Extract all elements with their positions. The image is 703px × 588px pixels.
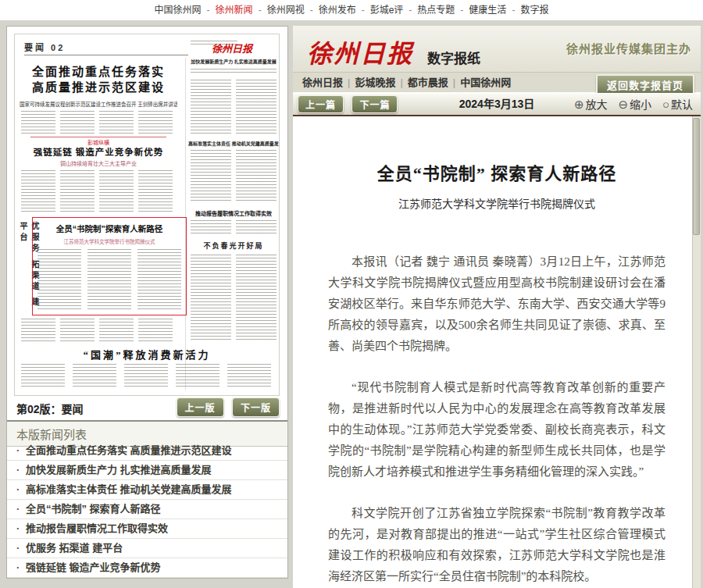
news-list: 全面推动重点任务落实 高质量推进示范区建设 加快发展新质生产力 扎实推进高质量发… — [7, 441, 287, 578]
thumb-text-block — [21, 170, 55, 214]
thumb-current-article-highlight[interactable]: 全员“书院制”探索育人新路径 江苏师范大学科文学院举行书院揭牌仪式 — [32, 217, 187, 315]
zoom-reset-label: 默认 — [671, 98, 693, 111]
thumb-text-block — [138, 111, 173, 134]
thumb-text-block — [99, 111, 134, 134]
zoom-out-label: 缩小 — [630, 98, 651, 111]
publication-link[interactable]: 彭城晚报 — [355, 77, 395, 88]
zoom-reset-icon: ○ — [662, 98, 669, 111]
article-scrollbar[interactable] — [692, 116, 701, 588]
thumb-right-top-headline: 加快发展新质生产力 扎实推进高质量发展 — [191, 58, 277, 65]
thumb-text-block — [191, 80, 231, 134]
publication-link[interactable]: 徐州日报 — [302, 77, 343, 88]
nav-separator: - — [409, 5, 412, 16]
thumb-text-block — [137, 249, 181, 310]
thumb-text-block — [87, 249, 131, 310]
thumb-right-mid-headline: 高标准落实主体责任 推动机关党建高质量发展 — [188, 140, 277, 147]
thumb-text-block — [191, 69, 277, 75]
news-list-item[interactable]: 优服务 拓渠道 建平台 — [7, 539, 287, 558]
thumb-text-block — [99, 319, 134, 344]
thumb-text-block — [21, 111, 55, 134]
news-list-item[interactable]: 加快发展新质生产力 扎实推进高质量发展 — [7, 461, 287, 480]
thumb-text-block — [138, 170, 173, 214]
thumb-highlight-subhead: 江苏师范大学科文学院举行书院揭牌仪式 — [33, 237, 186, 245]
thumb-text-block — [138, 319, 173, 344]
thumb-text-block — [73, 364, 116, 389]
zoom-in-control[interactable]: ⊕放大 — [574, 98, 608, 111]
thumb-text-block — [99, 170, 134, 214]
digital-newspaper-page: 中国徐州网-徐州新闻-徐州网视-徐州发布-彭城e评-热点专题-健康生活-数字报 … — [0, 0, 703, 588]
site-nav-item[interactable]: 徐州发布 — [319, 5, 356, 16]
site-nav-item-active[interactable]: 徐州新闻 — [216, 5, 253, 16]
thumb-chain-subhead: 铜山持续培育壮大三大主导产业 — [21, 159, 176, 167]
thumb-text-block — [60, 170, 95, 214]
thumb-highlight-headline: 全员“书院制”探索育人新路径 — [33, 223, 186, 234]
thumb-text-block — [60, 111, 95, 134]
newspaper-page-thumbnail[interactable]: 要闻 02 徐州日报 全面推动重点任务落实 高质量推进示范区建设 国家可持续发展… — [14, 34, 280, 396]
site-nav-item[interactable]: 徐州网视 — [267, 5, 305, 16]
thumb-right-lower-headline: 不负春光开好局 — [191, 241, 277, 251]
thumb-section-label: 要闻 02 — [24, 41, 65, 53]
zoom-out-icon: ⊖ — [618, 98, 628, 111]
next-article-button[interactable]: 下一篇 — [352, 95, 398, 113]
article-title: 全员“书院制” 探索育人新路径 — [328, 159, 666, 184]
article-body: 本报讯（记者 魏宁 通讯员 秦晓菁）3月12日上午，江苏师范大学科文学院书院揭牌… — [328, 251, 666, 588]
zoom-in-icon: ⊕ — [574, 98, 584, 111]
next-page-button[interactable]: 下一版 — [232, 397, 280, 417]
site-nav: 中国徐州网-徐州新闻-徐州网视-徐州发布-彭城e评-热点专题-健康生活-数字报 — [0, 0, 703, 20]
thumb-report-headline: 推动报告履职情况工作取得实效 — [191, 209, 277, 217]
prev-page-button[interactable]: 上一版 — [177, 397, 224, 417]
article-toolbar: 2024年3月13日 上一篇 下一篇 ⊕放大 ⊖缩小 ○默认 — [293, 93, 701, 117]
news-list-item[interactable]: 全员“书院制” 探索育人新路径 — [7, 500, 287, 519]
thumb-main-headline-line1: 全面推动重点任务落实 — [21, 64, 176, 80]
thumb-text-block — [176, 364, 219, 389]
nav-separator: - — [207, 5, 210, 16]
subnav-separator: | — [400, 77, 402, 88]
site-nav-item[interactable]: 数字报 — [520, 5, 548, 16]
article-paragraph: 科文学院开创了江苏省独立学院探索“书院制”教育教学改革的先河，是对教育部提出的推… — [328, 503, 666, 587]
site-nav-item[interactable]: 健康生活 — [469, 5, 506, 16]
thumb-text-block — [191, 220, 231, 236]
site-nav-item[interactable]: 彭城e评 — [370, 5, 404, 16]
thumb-text-block — [236, 255, 277, 342]
page-label: 第02版：要闻 — [16, 401, 84, 416]
article-paragraph: “现代书院制育人模式是新时代高等教育改革创新的重要产物，是推进新时代以人民为中心… — [328, 377, 666, 483]
thumb-text-block — [21, 364, 65, 389]
news-list-item[interactable]: 全面推动重点任务落实 高质量推进示范区建设 — [7, 441, 287, 461]
left-panel: 要闻 02 徐州日报 全面推动重点任务落实 高质量推进示范区建设 国家可持续发展… — [6, 26, 288, 579]
nav-separator: - — [460, 5, 463, 16]
thumb-text-block — [124, 364, 168, 389]
zoom-in-label: 放大 — [586, 98, 608, 111]
article-area: 全员“书院制” 探索育人新路径 江苏师范大学科文学院举行书院揭牌仪式 本报讯（记… — [293, 116, 701, 588]
masthead-band: 徐州日报 数字报纸 徐州报业传媒集团主办 — [293, 26, 701, 73]
thumb-text-block — [236, 220, 277, 236]
thumb-text-block — [191, 255, 231, 342]
thumb-rule — [24, 55, 188, 55]
site-nav-item[interactable]: 中国徐州网 — [155, 5, 202, 16]
thumb-text-block — [191, 150, 231, 203]
thumb-bottom-headline: “国潮”释放消费新活力 — [38, 347, 255, 362]
thumb-main-headline-line2: 高质量推进示范区建设 — [21, 80, 176, 95]
news-list-item[interactable]: 高标准落实主体责任 推动机关党建高质量发展 — [7, 480, 287, 500]
subnav-separator: | — [453, 77, 455, 88]
site-nav-item[interactable]: 热点专题 — [417, 5, 455, 16]
publication-link[interactable]: 都市晨报 — [408, 77, 448, 88]
publication-link[interactable]: 中国徐州网 — [460, 77, 511, 88]
newspaper-logo[interactable]: 徐州日报 — [307, 34, 413, 69]
zoom-out-control[interactable]: ⊖缩小 — [618, 98, 651, 111]
thumb-main-subhead: 国家可持续发展议程创新示范区建设工作推进会召开 王剑锋出席并讲话 — [20, 100, 177, 108]
digital-edition-label: 数字报纸 — [427, 48, 480, 67]
thumb-chain-headline: 强链延链 锻造产业竞争新优势 — [21, 145, 176, 158]
back-to-home-button[interactable]: 返回数字报首页 — [596, 74, 694, 95]
thumb-text-block — [60, 319, 95, 344]
prev-article-button[interactable]: 上一篇 — [298, 95, 344, 113]
article-subtitle: 江苏师范大学科文学院举行书院揭牌仪式 — [328, 195, 666, 211]
sponsor-label: 徐州报业传媒集团主办 — [566, 40, 691, 56]
thumb-text-block — [37, 249, 81, 310]
news-list-item[interactable]: 推动报告履职情况工作取得实效 — [7, 519, 287, 539]
nav-separator: - — [259, 5, 262, 16]
zoom-reset-control[interactable]: ○默认 — [662, 98, 693, 111]
publication-nav-row: 徐州日报|彭城晚报|都市晨报|中国徐州网 返回数字报首页 — [293, 73, 701, 93]
article-paragraph: 本报讯（记者 魏宁 通讯员 秦晓菁）3月12日上午，江苏师范大学科文学院书院揭牌… — [328, 251, 666, 357]
scrollbar-thumb[interactable] — [693, 118, 700, 235]
news-list-item[interactable]: 强链延链 锻造产业竞争新优势 — [7, 558, 287, 578]
